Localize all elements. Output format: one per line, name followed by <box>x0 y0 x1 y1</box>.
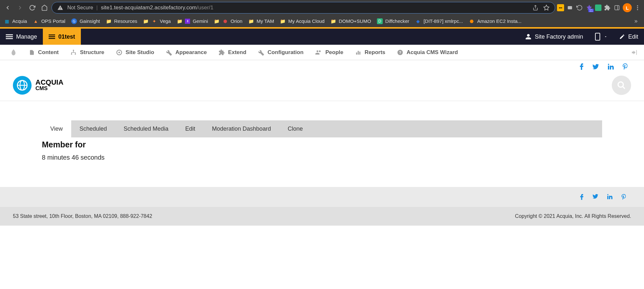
menu-site-studio[interactable]: Site Studio <box>110 45 160 60</box>
tab-moderation-dashboard[interactable]: Moderation Dashboard <box>204 120 279 137</box>
extension-icon-3[interactable] <box>576 4 583 12</box>
bookmark-dit-897[interactable]: ◆ [DIT-897] xmlrpc... <box>415 18 463 24</box>
bookmark-my-acquia-cloud[interactable]: 📁 My Acquia Cloud <box>280 18 325 24</box>
linkedin-icon[interactable] <box>607 194 612 200</box>
menu-extend[interactable]: Extend <box>213 45 252 60</box>
folder-icon: 📁 <box>106 18 111 24</box>
twitter-icon[interactable] <box>592 64 599 70</box>
pinterest-icon[interactable] <box>623 63 628 70</box>
admin-topbar: Manage 01test Site Factory admin Edit <box>0 29 644 45</box>
svg-rect-14 <box>595 33 600 40</box>
bookmarks-overflow[interactable]: » <box>632 18 640 24</box>
back-button[interactable] <box>3 3 13 13</box>
svg-line-31 <box>623 87 625 89</box>
svg-rect-16 <box>71 53 72 54</box>
edit-button[interactable]: Edit <box>613 29 644 45</box>
svg-rect-32 <box>607 196 609 199</box>
device-toggle[interactable] <box>589 29 613 45</box>
drupal-icon <box>10 49 17 56</box>
jira-icon: ◆ <box>415 18 421 24</box>
mobile-icon <box>595 33 601 41</box>
admin-menu: Content Structure Site Studio Appearance… <box>0 45 644 60</box>
tab-scheduled-media[interactable]: Scheduled Media <box>115 120 177 137</box>
bookmark-gainsight[interactable]: G Gainsight <box>71 18 100 24</box>
svg-rect-13 <box>49 38 55 39</box>
url-text: site1.test-acquiatam2.acsitefactory.com/… <box>101 5 528 11</box>
extensions-puzzle-icon[interactable] <box>603 4 611 12</box>
share-icon[interactable] <box>532 4 539 12</box>
menu-appearance[interactable]: Appearance <box>160 45 213 60</box>
puzzle-icon <box>218 49 225 56</box>
bookmark-domo-sumo[interactable]: 📁 DOMO+SUMO <box>330 18 371 24</box>
member-for-label: Member for <box>42 140 602 149</box>
twitter-icon[interactable] <box>592 194 598 200</box>
wrench-icon <box>258 49 264 56</box>
bookmark-my-tam[interactable]: 📁 My TAM <box>248 18 274 24</box>
svg-rect-12 <box>49 36 55 37</box>
footer-copyright: Copyright © 2021 Acquia, Inc. All Rights… <box>515 213 631 219</box>
site-logo[interactable]: ACQUIA CMS <box>13 76 63 95</box>
svg-point-26 <box>608 64 609 65</box>
toolbar-collapse[interactable] <box>629 45 640 60</box>
tab-edit[interactable]: Edit <box>177 120 204 137</box>
user-menu[interactable]: Site Factory admin <box>519 29 589 45</box>
svg-rect-8 <box>6 34 13 35</box>
menu-people[interactable]: People <box>309 45 349 60</box>
menu-reports[interactable]: Reports <box>349 45 391 60</box>
address-bar[interactable]: Not Secure | site1.test-acquiatam2.acsit… <box>52 2 555 14</box>
bookmark-vega[interactable]: 📁 ✦ Vega <box>143 18 171 24</box>
svg-rect-3 <box>615 5 619 10</box>
gemini-icon: Ⅱ <box>185 19 190 24</box>
menu-structure[interactable]: Structure <box>64 45 110 60</box>
extension-icon-4[interactable]: 11 <box>585 4 593 12</box>
footer-address: 53 State street, 10th Floor, Boston, MA … <box>13 213 152 219</box>
svg-marker-1 <box>544 5 549 10</box>
svg-text:?: ? <box>399 50 401 54</box>
kebab-menu-icon[interactable] <box>634 4 641 12</box>
bookmark-star-icon[interactable] <box>543 4 550 12</box>
menu-configuration[interactable]: Configuration <box>252 45 309 60</box>
circle-icon <box>116 49 122 56</box>
bookmark-gemini[interactable]: 📁 Ⅱ Gemini <box>177 18 208 24</box>
panel-icon[interactable] <box>613 4 621 12</box>
reload-button[interactable] <box>27 3 37 13</box>
svg-rect-2 <box>568 6 572 9</box>
folder-icon: 📁 <box>177 18 182 24</box>
site-name-button[interactable]: 01test <box>43 29 81 45</box>
drupal-home[interactable] <box>4 45 23 60</box>
extension-icon-2[interactable] <box>566 4 574 12</box>
logo-text: ACQUIA CMS <box>35 79 63 91</box>
people-icon <box>315 49 322 56</box>
bookmark-orion[interactable]: 📁 ⬢ Orion <box>214 18 243 24</box>
bookmark-acquia[interactable]: ▦ Acquia <box>4 18 27 24</box>
svg-rect-15 <box>73 50 74 51</box>
bookmark-resources[interactable]: 📁 Resources <box>106 18 137 24</box>
help-icon: ? <box>397 49 403 56</box>
extension-icon-1[interactable]: ••• <box>557 4 564 11</box>
menu-acquia-cms-wizard[interactable]: ? Acquia CMS Wizard <box>391 45 464 60</box>
extension-icon-5[interactable] <box>595 5 601 11</box>
tab-view[interactable]: View <box>42 120 71 137</box>
bookmark-diffchecker[interactable]: D Diffchecker <box>377 18 409 24</box>
facebook-icon[interactable] <box>580 194 583 200</box>
tab-clone[interactable]: Clone <box>279 120 311 137</box>
search-button[interactable] <box>612 76 631 95</box>
svg-rect-17 <box>75 53 76 54</box>
browser-toolbar: Not Secure | site1.test-acquiatam2.acsit… <box>0 0 644 15</box>
security-label: Not Secure <box>67 5 93 11</box>
bookmark-ops-portal[interactable]: ▲ OPS Portal <box>33 18 65 24</box>
menu-content[interactable]: Content <box>23 45 64 60</box>
linkedin-icon[interactable] <box>608 64 614 70</box>
home-button[interactable] <box>39 3 50 13</box>
pinterest-icon[interactable] <box>621 194 626 200</box>
file-icon <box>29 50 35 55</box>
svg-point-33 <box>607 194 609 195</box>
profile-avatar[interactable]: L <box>623 3 632 12</box>
tab-scheduled[interactable]: Scheduled <box>71 120 115 137</box>
pencil-icon <box>619 34 625 40</box>
facebook-icon[interactable] <box>580 63 583 70</box>
bookmark-amazon-ec2[interactable]: ⬣ Amazon EC2 Insta... <box>469 18 522 24</box>
forward-button[interactable] <box>15 3 25 13</box>
svg-point-5 <box>637 5 638 6</box>
manage-toggle[interactable]: Manage <box>0 29 43 45</box>
